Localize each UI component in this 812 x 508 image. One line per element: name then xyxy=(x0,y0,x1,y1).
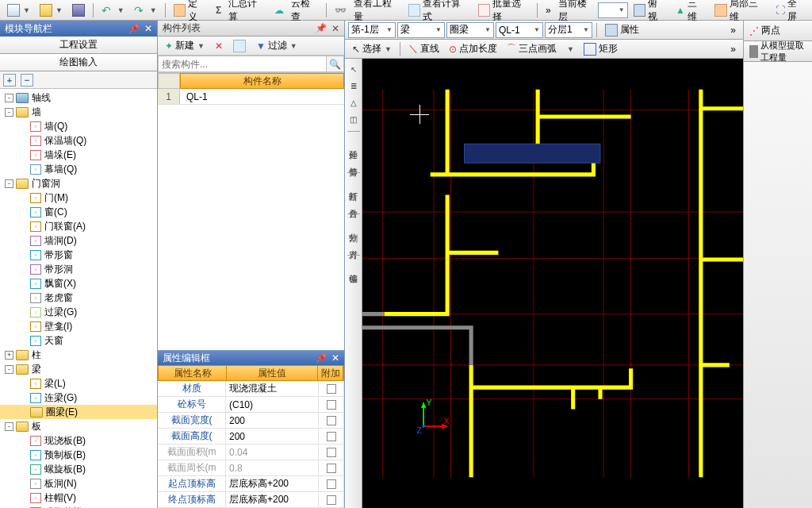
close-icon[interactable]: ✕ xyxy=(331,23,339,34)
tree-node[interactable]: -门窗洞 xyxy=(0,176,157,190)
checkbox[interactable] xyxy=(327,384,336,394)
expander-icon[interactable]: - xyxy=(5,108,13,117)
drawing-canvas[interactable]: Y X Z xyxy=(362,59,743,508)
extract-button[interactable]: 从模型提取工程量 xyxy=(745,44,810,60)
point-length-tool[interactable]: ⊙点加长度 xyxy=(445,41,501,57)
subcategory-select[interactable]: 圈梁▼ xyxy=(446,22,494,38)
new-component-button[interactable]: ✦新建▼ xyxy=(161,38,209,54)
delete-button[interactable]: ✕ xyxy=(211,38,227,54)
tree-node[interactable]: ▫老虎窗 xyxy=(0,291,157,305)
arc3-tool[interactable]: ⌒三点画弧 xyxy=(503,41,561,57)
pin-icon[interactable]: 📌 xyxy=(316,23,327,33)
checkbox[interactable] xyxy=(327,416,336,425)
tree-node[interactable]: ▫保温墙(Q) xyxy=(0,133,157,148)
vtool-4[interactable]: 打断 xyxy=(347,178,361,192)
local-3d-button[interactable]: 局部三维 xyxy=(710,2,769,18)
property-row[interactable]: 截面周长(m0.8 xyxy=(158,460,344,476)
property-row[interactable]: 终点顶标高层底标高+200 xyxy=(158,492,344,508)
expander-icon[interactable]: + xyxy=(5,351,13,360)
fullscreen-button[interactable]: ⛶全屏 xyxy=(772,2,809,18)
cloud-check-button[interactable]: ☁ 云检查 xyxy=(270,2,322,18)
tree-node[interactable]: ▫成孔芯模(E) xyxy=(0,505,157,508)
expander-icon[interactable]: - xyxy=(5,422,13,431)
tree-node[interactable]: ▫柱帽(V) xyxy=(0,491,157,505)
tree-node[interactable]: ▫墙(Q) xyxy=(0,119,157,133)
checkbox[interactable] xyxy=(327,432,336,441)
save-button[interactable] xyxy=(68,2,89,18)
new-file-button[interactable]: ▼ xyxy=(3,2,34,18)
component-row[interactable]: 1QL-1 xyxy=(158,89,344,105)
arc-more[interactable]: ▼ xyxy=(562,41,578,57)
vtool-layers[interactable]: ≣ xyxy=(347,79,361,93)
tree-node[interactable]: ▫门(M) xyxy=(0,190,157,205)
search-input[interactable] xyxy=(158,56,327,72)
expander-icon[interactable]: - xyxy=(5,94,13,102)
tree-node[interactable]: -板 xyxy=(0,419,157,433)
layer-select[interactable]: 分层1▼ xyxy=(545,22,592,38)
checkbox[interactable] xyxy=(327,400,336,410)
tab-project-settings[interactable]: 工程设置 xyxy=(0,37,157,54)
tree-node[interactable]: ▫过梁(G) xyxy=(0,305,157,319)
more-3[interactable]: » xyxy=(726,41,740,57)
tree-node[interactable]: -梁 xyxy=(0,362,157,376)
category-select[interactable]: 梁▼ xyxy=(397,22,445,38)
tree-node[interactable]: ▫板洞(N) xyxy=(0,476,157,491)
property-button[interactable]: 属性 xyxy=(601,22,643,38)
pin-icon[interactable]: 📌 xyxy=(316,353,327,364)
tree-node[interactable]: ▫连梁(G) xyxy=(0,391,157,405)
more-2[interactable]: » xyxy=(726,22,740,38)
define-button[interactable]: 定义 xyxy=(170,2,210,18)
vtool-6[interactable]: 合并 xyxy=(347,194,361,209)
tree-node[interactable]: ▫墙洞(D) xyxy=(0,233,157,248)
tab-drawing-input[interactable]: 绘图输入 xyxy=(0,54,157,71)
tree-node[interactable]: -墙 xyxy=(0,105,157,119)
tree-node[interactable]: 圈梁(E) xyxy=(0,405,157,419)
property-row[interactable]: 截面宽度(200 xyxy=(158,413,344,429)
view-qty-button[interactable]: 👓 查看工程量 xyxy=(331,2,403,18)
perspective-button[interactable]: 俯视 xyxy=(630,2,670,18)
component-list[interactable]: 1QL-1 xyxy=(158,89,344,350)
pin-icon[interactable]: 📌 xyxy=(128,24,140,34)
tree-node[interactable]: ▫预制板(B) xyxy=(0,448,157,462)
vtool-2[interactable]: 修剪 xyxy=(347,153,361,167)
property-row[interactable]: 起点顶标高层底标高+200 xyxy=(158,476,344,492)
filter-button[interactable]: ▼过滤▼ xyxy=(252,38,301,54)
checkbox[interactable] xyxy=(327,448,336,457)
tree-node[interactable]: -轴线 xyxy=(0,90,157,105)
tree-node[interactable]: ▫带形洞 xyxy=(0,262,157,276)
expand-all-button[interactable]: + xyxy=(3,74,16,87)
tree-node[interactable]: ▫幕墙(Q) xyxy=(0,162,157,176)
tree-node[interactable]: ▫墙垛(E) xyxy=(0,148,157,162)
checkbox[interactable] xyxy=(327,495,336,505)
tree-node[interactable]: ▫壁龛(I) xyxy=(0,319,157,333)
tree-node[interactable]: ▫现浇板(B) xyxy=(0,433,157,448)
expander-icon[interactable]: - xyxy=(5,179,13,188)
rect-tool[interactable]: 矩形 xyxy=(580,41,622,57)
property-row[interactable]: 截面面积(m0.04 xyxy=(158,444,344,460)
sum-button[interactable]: Σ 汇总计算 xyxy=(212,2,269,18)
select-tool[interactable]: ↖选择▼ xyxy=(348,41,396,57)
property-row[interactable]: 材质现浇混凝土 xyxy=(158,381,344,397)
search-icon[interactable]: 🔍 xyxy=(327,56,344,72)
tree-node[interactable]: ▫飘窗(X) xyxy=(0,276,157,291)
line-tool[interactable]: ＼直线 xyxy=(404,41,443,57)
nav-tree[interactable]: -轴线-墙▫墙(Q)▫保温墙(Q)▫墙垛(E)▫幕墙(Q)-门窗洞▫门(M)▫窗… xyxy=(0,89,157,508)
tree-node[interactable]: ▫梁(L) xyxy=(0,376,157,391)
expander-icon[interactable]: - xyxy=(5,365,13,374)
collapse-all-button[interactable]: − xyxy=(21,74,33,87)
vtool-8[interactable]: 分割 xyxy=(347,219,361,233)
tree-node[interactable]: ▫螺旋板(B) xyxy=(0,462,157,476)
tree-node[interactable]: +柱 xyxy=(0,348,157,362)
vtool-10[interactable]: 对齐 xyxy=(347,236,361,250)
property-grid[interactable]: 材质现浇混凝土砼标号(C10)截面宽度(200截面高度(200截面面积(m0.0… xyxy=(158,381,344,508)
checkbox[interactable] xyxy=(327,479,336,489)
vtool-flip[interactable]: ◫ xyxy=(347,112,361,126)
vtool-pick[interactable]: ↖ xyxy=(347,62,361,76)
property-row[interactable]: 截面高度(200 xyxy=(158,429,344,444)
batch-select-button[interactable]: 批量选择 xyxy=(474,2,533,18)
tree-node[interactable]: ▫门联窗(A) xyxy=(0,219,157,233)
close-icon[interactable]: ✕ xyxy=(331,352,339,364)
tree-node[interactable]: ▫带形窗 xyxy=(0,248,157,262)
tree-node[interactable]: ▫窗(C) xyxy=(0,205,157,219)
vtool-12[interactable]: 偏移 xyxy=(347,260,361,275)
